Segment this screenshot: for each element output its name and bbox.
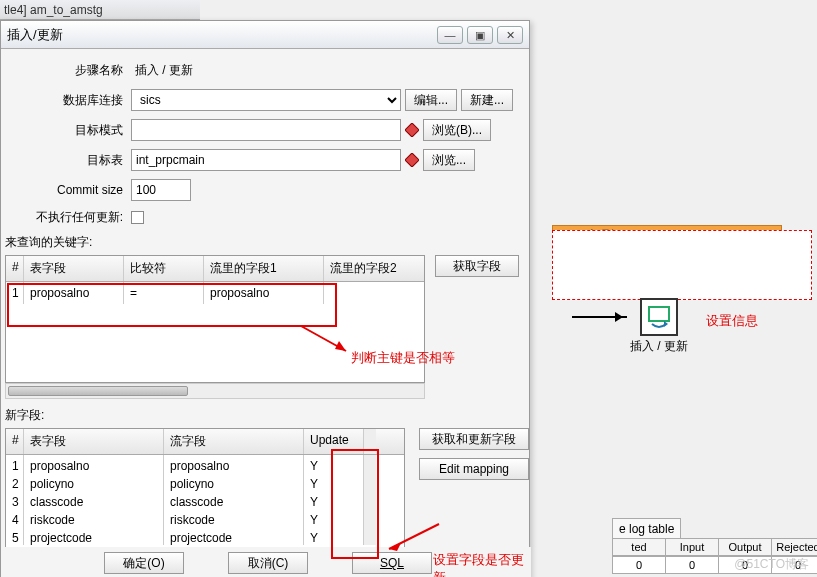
- var-icon[interactable]: [405, 153, 419, 167]
- db-connection-select[interactable]: sics: [131, 89, 401, 111]
- background-red-box: [552, 230, 812, 300]
- col-output: Output: [718, 538, 772, 556]
- ok-button[interactable]: 确定(O): [104, 552, 184, 574]
- browse-table-button[interactable]: 浏览...: [423, 149, 475, 171]
- commit-size-input[interactable]: [131, 179, 191, 201]
- hop-arrow: [572, 316, 627, 318]
- annotation-box-update: [331, 449, 379, 559]
- minimize-button[interactable]: —: [437, 26, 463, 44]
- cell: 0: [612, 556, 666, 574]
- step-name-input[interactable]: [131, 59, 471, 81]
- col-table-field: 表字段: [24, 429, 164, 454]
- new-connection-button[interactable]: 新建...: [461, 89, 513, 111]
- insert-update-icon: [640, 298, 678, 336]
- parent-window-title: tle4] am_to_amstg: [0, 0, 200, 20]
- col-table-field: 表字段: [24, 256, 124, 281]
- col-comparator: 比较符: [124, 256, 204, 281]
- svg-rect-0: [649, 307, 669, 321]
- browse-schema-button[interactable]: 浏览(B)...: [423, 119, 491, 141]
- label-no-update: 不执行任何更新:: [11, 209, 131, 226]
- canvas-step-label: 插入 / 更新: [630, 338, 688, 355]
- tab-log-1[interactable]: e log table: [612, 518, 681, 540]
- target-schema-input[interactable]: [131, 119, 401, 141]
- annotation-box-keys: [7, 283, 337, 327]
- label-step-name: 步骤名称: [11, 62, 131, 79]
- svg-marker-4: [335, 341, 346, 351]
- col-num: #: [6, 429, 24, 454]
- annotation-text-keys: 判断主键是否相等: [351, 349, 455, 367]
- col-ted: ted: [612, 538, 666, 556]
- col-stream-field2: 流里的字段2: [324, 256, 419, 281]
- label-key-lookup: 来查询的关键字:: [5, 234, 529, 251]
- label-commit-size: Commit size: [11, 183, 131, 197]
- edit-connection-button[interactable]: 编辑...: [405, 89, 457, 111]
- col-stream-field1: 流里的字段1: [204, 256, 324, 281]
- get-fields-button[interactable]: 获取字段: [435, 255, 519, 277]
- svg-rect-2: [405, 153, 419, 167]
- grid1-scrollbar[interactable]: [5, 383, 425, 399]
- annotation-text-update: 设置字段是否更新: [433, 551, 529, 577]
- watermark: @51CTO博客: [734, 556, 809, 573]
- cancel-button[interactable]: 取消(C): [228, 552, 308, 574]
- target-table-input[interactable]: [131, 149, 401, 171]
- svg-rect-1: [405, 123, 419, 137]
- cell: 0: [665, 556, 719, 574]
- dialog-titlebar[interactable]: 插入/更新 — ▣ ✕: [1, 21, 529, 49]
- var-icon[interactable]: [405, 123, 419, 137]
- canvas-step-insert-update[interactable]: 插入 / 更新: [630, 298, 688, 355]
- label-db-conn: 数据库连接: [11, 92, 131, 109]
- maximize-button[interactable]: ▣: [467, 26, 493, 44]
- no-update-checkbox[interactable]: [131, 211, 144, 224]
- col-stream-field: 流字段: [164, 429, 304, 454]
- edit-mapping-button[interactable]: Edit mapping: [419, 458, 529, 480]
- col-input: Input: [665, 538, 719, 556]
- insert-update-dialog: 插入/更新 — ▣ ✕ 步骤名称 数据库连接 sics 编辑... 新建... …: [0, 20, 530, 577]
- dialog-title: 插入/更新: [7, 26, 433, 44]
- col-num: #: [6, 256, 24, 281]
- label-target-schema: 目标模式: [11, 122, 131, 139]
- label-target-table: 目标表: [11, 152, 131, 169]
- label-update-fields: 新字段:: [5, 407, 529, 424]
- close-button[interactable]: ✕: [497, 26, 523, 44]
- get-update-fields-button[interactable]: 获取和更新字段: [419, 428, 529, 450]
- annotation-set-info: 设置信息: [706, 312, 758, 330]
- col-rejected: Rejected: [771, 538, 817, 556]
- stats-header: ted Input Output Rejected Errors: [612, 538, 817, 556]
